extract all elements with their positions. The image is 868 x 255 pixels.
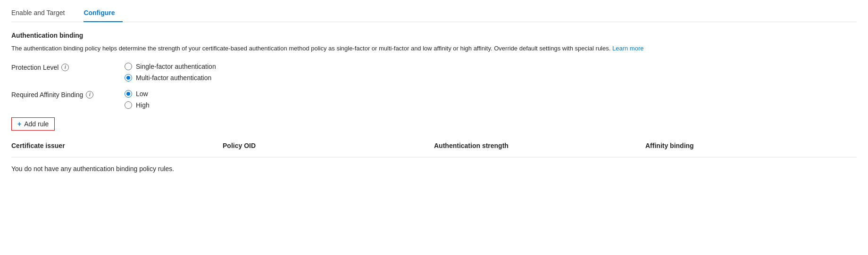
page-container: Enable and Target Configure Authenticati… — [0, 0, 868, 191]
col-affinity-binding: Affinity binding — [645, 138, 857, 153]
affinity-binding-options: Low High — [125, 90, 150, 109]
tabs-container: Enable and Target Configure — [11, 4, 857, 22]
multi-factor-radio[interactable] — [125, 74, 132, 82]
table-empty-message: You do not have any authentication bindi… — [11, 157, 857, 180]
low-affinity-option[interactable]: Low — [125, 90, 150, 98]
learn-more-link[interactable]: Learn more — [612, 45, 643, 52]
affinity-binding-label-text: Required Affinity Binding — [11, 91, 83, 99]
multi-factor-option[interactable]: Multi-factor authentication — [125, 74, 216, 82]
protection-level-label-text: Protection Level — [11, 64, 58, 71]
high-affinity-option[interactable]: High — [125, 101, 150, 109]
section-title: Authentication binding — [11, 32, 857, 39]
col-authentication-strength: Authentication strength — [434, 138, 645, 153]
affinity-binding-row: Required Affinity Binding i Low High — [11, 90, 857, 109]
plus-icon: + — [17, 120, 21, 128]
col-certificate-issuer: Certificate issuer — [11, 138, 223, 153]
single-factor-radio[interactable] — [125, 63, 132, 70]
low-affinity-label: Low — [136, 90, 148, 98]
high-affinity-label: High — [136, 101, 150, 109]
single-factor-label: Single-factor authentication — [136, 63, 216, 70]
tab-configure[interactable]: Configure — [83, 4, 122, 22]
table-header: Certificate issuer Policy OID Authentica… — [11, 138, 857, 157]
protection-level-label: Protection Level i — [11, 63, 125, 71]
protection-level-row: Protection Level i Single-factor authent… — [11, 63, 857, 82]
high-affinity-radio[interactable] — [125, 101, 132, 109]
single-factor-option[interactable]: Single-factor authentication — [125, 63, 216, 70]
section-description: The authentication binding policy helps … — [11, 44, 837, 53]
multi-factor-label: Multi-factor authentication — [136, 74, 211, 82]
description-text: The authentication binding policy helps … — [11, 45, 610, 52]
rules-table: Certificate issuer Policy OID Authentica… — [11, 138, 857, 180]
add-rule-button[interactable]: + Add rule — [11, 117, 55, 131]
low-affinity-radio[interactable] — [125, 90, 132, 98]
affinity-binding-info-icon[interactable]: i — [86, 91, 93, 99]
tab-enable-target[interactable]: Enable and Target — [11, 4, 72, 22]
affinity-binding-label: Required Affinity Binding i — [11, 90, 125, 99]
protection-level-options: Single-factor authentication Multi-facto… — [125, 63, 216, 82]
col-policy-oid: Policy OID — [223, 138, 434, 153]
add-rule-label: Add rule — [24, 120, 49, 128]
protection-level-info-icon[interactable]: i — [61, 64, 69, 71]
